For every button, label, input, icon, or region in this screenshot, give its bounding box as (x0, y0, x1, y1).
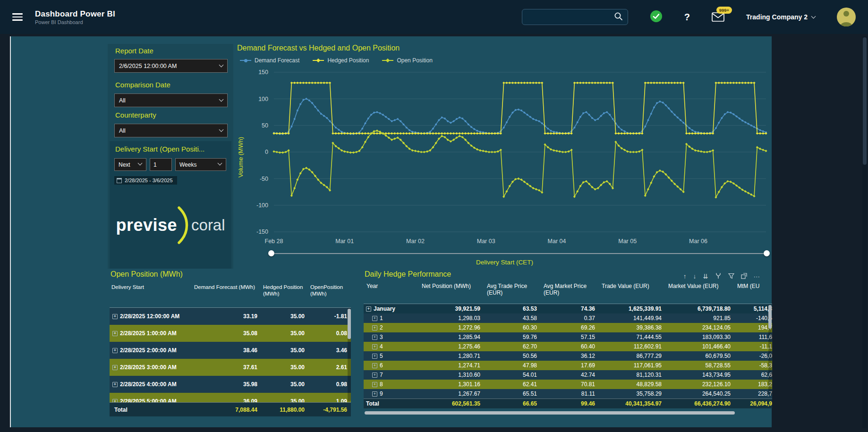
value-cell: -58,3 (734, 361, 772, 370)
column-header[interactable]: Demand Forecast (MWh) (192, 282, 261, 307)
slider-handle-end[interactable] (764, 250, 770, 256)
column-header[interactable]: OpenPosition (MWh) (308, 282, 351, 307)
value-cell: 1,301.16 (419, 380, 484, 389)
expand-icon[interactable]: + (112, 314, 118, 319)
search-input[interactable] (527, 13, 614, 21)
value-cell: 74.36 (541, 304, 599, 313)
value-cell: 1,275.46 (419, 342, 484, 351)
table-row[interactable]: +2/28/2025 12:00:00 AM33.1935.00-1.81 (110, 308, 351, 325)
scrollbar-thumb[interactable] (348, 309, 351, 339)
filter-icon[interactable] (728, 273, 734, 280)
column-header[interactable]: Trade Value (EUR) (599, 281, 665, 304)
slider-handle-start[interactable] (268, 250, 274, 256)
slider-track[interactable] (271, 253, 767, 254)
horizontal-scrollbar[interactable] (365, 411, 735, 415)
value-cell: 35,758.29 (599, 389, 665, 398)
value-cell: 35.08 (192, 325, 261, 342)
range-slider[interactable] (268, 250, 770, 257)
column-header[interactable]: Delivery Start (110, 282, 192, 307)
table-row[interactable]: +January39,921.5963.5374.361,625,339.916… (364, 304, 772, 313)
svg-text:-100: -100 (256, 202, 268, 209)
search-box[interactable] (522, 9, 628, 25)
table-row[interactable]: +41,275.4662.7060.40112,602.91101,466.40… (364, 342, 772, 351)
legend-label: Hedged Position (327, 57, 369, 64)
counterparty-dropdown[interactable]: All (114, 124, 228, 137)
table-row[interactable]: +51,280.7150.5636.1286,777.2960,679.50-2… (364, 351, 772, 361)
expand-icon[interactable]: + (372, 354, 377, 359)
table-row[interactable]: +2/28/2025 4:00:00 AM35.9835.000.98 (110, 376, 351, 393)
value-cell: -11,1 (734, 342, 772, 351)
vertical-scrollbar[interactable] (768, 304, 772, 395)
expand-icon[interactable]: + (112, 382, 118, 387)
expand-icon[interactable]: + (372, 325, 377, 330)
table-row[interactable]: +2/28/2025 1:00:00 AM35.0835.000.08 (110, 325, 351, 342)
expand-icon[interactable]: + (112, 348, 118, 353)
company-selector[interactable]: Trading Company 2 (746, 13, 815, 21)
table-row[interactable]: +2/28/2025 5:00:00 AM36.0935.001.09 (110, 393, 351, 402)
focus-mode-icon[interactable] (741, 273, 747, 280)
table-row[interactable]: +81,301.1662.4170.8148,829.58232,126.101… (364, 380, 772, 389)
drill-up-icon[interactable]: ↑ (683, 273, 687, 280)
year-cell: +8 (364, 380, 419, 389)
menu-icon[interactable] (12, 11, 24, 23)
period-unit-dropdown[interactable]: Weeks (175, 158, 226, 171)
expand-icon[interactable]: + (372, 335, 377, 340)
table-row[interactable]: +21,272.9660.3069.2639,386.38234,124.051… (364, 323, 772, 332)
column-header[interactable]: Net Position (MWh) (419, 281, 484, 304)
column-header[interactable]: Year (364, 281, 419, 304)
expand-icon[interactable]: + (372, 373, 377, 378)
chevron-down-icon (219, 63, 224, 68)
expand-icon[interactable]: + (372, 344, 377, 349)
mail-icon[interactable]: 999+ (712, 12, 724, 22)
previse-coral-logo: previse coral (110, 206, 231, 244)
table-row[interactable]: +71,310.6054.0142.7481,120.31143,734.956… (364, 370, 772, 380)
table-row[interactable]: +31,285.9459.7657.1571,444.55183,093.301… (364, 332, 772, 342)
column-header[interactable]: Avg Market Price (EUR) (541, 281, 599, 304)
table-row[interactable]: +61,274.7147.9817.69117,061.9558,728.55-… (364, 361, 772, 370)
comparison-date-dropdown[interactable]: All (114, 93, 228, 107)
expand-icon[interactable]: + (366, 306, 371, 312)
total-value: 66.65 (484, 399, 541, 408)
column-header[interactable]: Hedged Position (MWh) (261, 282, 308, 307)
table-row[interactable]: +11,298.0343.580.37141,449.94921.85-140,… (364, 313, 772, 323)
period-count-input[interactable] (150, 158, 172, 171)
expand-icon[interactable]: + (372, 363, 377, 368)
expand-all-icon[interactable]: ⇊ (703, 273, 708, 280)
drill-mode-icon[interactable] (715, 272, 722, 280)
search-icon[interactable] (614, 12, 623, 23)
table-row[interactable]: +2/28/2025 2:00:00 AM38.4635.003.46 (110, 342, 351, 359)
more-options-icon[interactable]: ··· (754, 273, 760, 280)
expand-icon[interactable]: + (372, 382, 377, 387)
column-header[interactable]: Avg Trade Price (EUR) (484, 281, 541, 304)
value-cell: -1.81 (308, 308, 351, 325)
scrollbar-thumb[interactable] (863, 37, 867, 165)
svg-text:150: 150 (258, 69, 268, 76)
legend-item[interactable]: Demand Forecast (240, 57, 299, 64)
table-row[interactable]: +91,267.6765.5181.1135,758.29264,540.252… (364, 389, 772, 398)
value-cell: 1,285.94 (419, 332, 484, 342)
help-icon[interactable]: ? (684, 12, 690, 23)
expand-icon[interactable]: + (372, 316, 377, 321)
expand-icon[interactable]: + (372, 391, 377, 397)
table-row[interactable]: +2/28/2025 3:00:00 AM37.6135.002.61 (110, 359, 351, 376)
drill-down-icon[interactable]: ↓ (693, 273, 696, 280)
user-avatar[interactable] (837, 8, 856, 26)
line-chart[interactable]: 150100500-50-100-150Feb 28Mar 01Mar 02Ma… (236, 66, 773, 253)
column-header[interactable]: Market Value (EUR) (665, 281, 734, 304)
legend-item[interactable]: Hedged Position (313, 57, 369, 64)
value-cell: 1,298.03 (419, 313, 484, 323)
value-cell: 62.70 (484, 342, 541, 351)
expand-icon[interactable]: + (112, 399, 118, 403)
vertical-scrollbar[interactable] (348, 308, 351, 401)
period-direction-dropdown[interactable]: Next (114, 158, 146, 171)
page-scrollbar[interactable] (862, 36, 867, 428)
scrollbar-thumb[interactable] (768, 305, 772, 329)
report-date-dropdown[interactable]: 2/6/2025 12:00:00 AM (114, 59, 228, 73)
expand-icon[interactable]: + (112, 365, 118, 370)
status-check-icon[interactable] (650, 10, 663, 25)
svg-text:Mar 05: Mar 05 (618, 238, 637, 245)
legend-item[interactable]: Open Position (382, 57, 432, 64)
expand-icon[interactable]: + (112, 331, 118, 336)
column-header[interactable]: MtM (EU (734, 281, 772, 304)
value-cell: 60.40 (541, 342, 599, 351)
